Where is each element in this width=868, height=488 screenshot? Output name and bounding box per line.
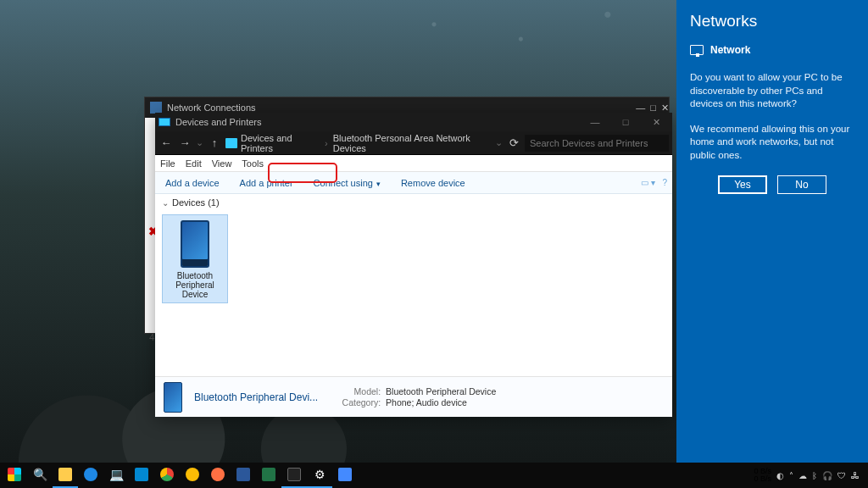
details-title: Bluetooth Peripheral Devi... (194, 391, 318, 403)
breadcrumb[interactable]: Devices and Printers › Bluetooth Persona… (241, 133, 492, 153)
windows-icon (8, 468, 21, 481)
breadcrumb-segment[interactable]: Bluetooth Personal Area Network Devices (333, 133, 492, 153)
headphones-icon[interactable]: 🎧 (822, 471, 832, 480)
taskbar-app-word[interactable] (231, 463, 256, 488)
details-category-value: Phone; Audio device (386, 397, 496, 408)
details-pane: Bluetooth Peripheral Devi... Model: Blue… (155, 376, 672, 417)
taskbar-app-canary[interactable] (180, 463, 205, 488)
devices-and-printers-window: Devices and Printers — □ ✕ ← → ⌄ ↑ Devic… (155, 113, 672, 417)
details-category-key: Category: (337, 397, 381, 408)
mail-icon (135, 468, 148, 481)
start-button[interactable] (2, 463, 27, 488)
folder-icon (58, 468, 72, 481)
chevron-down-icon[interactable]: ⌄ (495, 137, 503, 148)
close-button[interactable]: ✕ (661, 103, 669, 114)
onedrive-icon[interactable]: ☁ (798, 471, 807, 480)
shield-icon[interactable]: 🛡 (837, 471, 846, 480)
chrome-canary-icon (186, 468, 199, 481)
monitor-icon (690, 45, 704, 55)
bluetooth-icon[interactable]: ᛒ (812, 471, 817, 480)
phone-icon (164, 382, 182, 413)
view-options-icon[interactable]: ▭ ▾ ? (641, 178, 667, 187)
networks-flyout: Networks Network Do you want to allow yo… (676, 0, 868, 488)
flyout-prompt-2: We recommend allowing this on your home … (690, 123, 854, 163)
taskbar-app-explorer[interactable] (53, 463, 78, 488)
chevron-right-icon: › (325, 138, 328, 148)
menu-view[interactable]: View (212, 158, 232, 169)
taskbar-app-laptop[interactable]: 💻 (103, 463, 129, 488)
phone-icon (181, 220, 209, 268)
window-title: Network Connections (167, 103, 256, 113)
titlebar[interactable]: Devices and Printers — □ ✕ (155, 113, 672, 131)
remove-device-button[interactable]: Remove device (398, 176, 469, 190)
flyout-prompt-1: Do you want to allow your PC to be disco… (690, 71, 854, 111)
up-button[interactable]: ↑ (207, 136, 222, 149)
network-tray-icon[interactable]: 🖧 (851, 471, 860, 480)
chrome-icon (160, 468, 174, 481)
forward-button[interactable]: → (177, 136, 192, 149)
search-button[interactable]: 🔍 (27, 463, 53, 488)
menu-tools[interactable]: Tools (242, 158, 264, 169)
status-item-count: 4 (149, 332, 154, 342)
network-speed-indicator[interactable]: 0 B/s 0 B/s (754, 468, 771, 483)
command-bar: Add a device Add a printer Connect using… (155, 172, 672, 194)
back-button[interactable]: ← (159, 136, 174, 149)
connect-using-button[interactable]: Connect using (310, 176, 384, 190)
maximize-button[interactable]: □ (613, 117, 638, 127)
tray-chevron-icon[interactable]: ˄ (789, 471, 793, 480)
history-chevron-icon[interactable]: ⌄ (196, 137, 203, 148)
taskbar-app-terminal[interactable] (281, 463, 307, 488)
network-name: Network (710, 44, 750, 56)
maximize-button[interactable]: □ (650, 103, 656, 113)
details-model-value: Bluetooth Peripheral Device (386, 386, 496, 396)
location-icon (225, 138, 237, 148)
excel-icon (262, 468, 275, 481)
firefox-icon (211, 468, 225, 481)
address-bar: ← → ⌄ ↑ Devices and Printers › Bluetooth… (155, 131, 672, 155)
taskbar-app-settings[interactable]: ⚙ (307, 463, 332, 488)
no-button[interactable]: No (777, 175, 826, 194)
add-device-button[interactable]: Add a device (162, 176, 223, 190)
taskbar-app-moon[interactable] (332, 463, 358, 488)
network-item[interactable]: Network (690, 44, 854, 56)
net-down: 0 B/s (754, 475, 771, 483)
close-button[interactable]: ✕ (643, 117, 669, 128)
device-tile-bluetooth[interactable]: Bluetooth Peripheral Device (162, 214, 228, 303)
system-tray: ◐ ˄ ☁ ᛒ 🎧 🛡 🖧 (776, 471, 866, 480)
menu-file[interactable]: File (160, 158, 175, 169)
group-header[interactable]: Devices (1) (155, 194, 672, 211)
taskbar-app-firefox[interactable] (205, 463, 231, 488)
minimize-button[interactable]: — (636, 103, 645, 113)
flyout-heading: Networks (690, 12, 854, 30)
menu-edit[interactable]: Edit (186, 158, 202, 169)
search-input[interactable] (525, 135, 669, 152)
taskbar-app-excel[interactable] (256, 463, 281, 488)
refresh-button[interactable]: ⟳ (506, 136, 521, 149)
yes-button[interactable]: Yes (718, 175, 767, 194)
device-label: Bluetooth Peripheral Device (164, 271, 225, 299)
window-title: Devices and Printers (175, 117, 262, 127)
search-icon: 🔍 (33, 468, 47, 481)
breadcrumb-segment[interactable]: Devices and Printers (241, 133, 320, 153)
taskbar-app-chrome[interactable] (154, 463, 180, 488)
taskbar: 🔍 💻 ⚙ 0 B/s 0 B/s ◐ ˄ ☁ ᛒ 🎧 🛡 🖧 (0, 463, 868, 488)
nightlight-icon[interactable]: ◐ (776, 471, 784, 480)
app-icon (338, 468, 352, 481)
minimize-button[interactable]: — (582, 117, 608, 127)
details-model-key: Model: (337, 386, 381, 396)
terminal-icon (287, 468, 301, 481)
word-icon (236, 468, 250, 481)
taskbar-app-edge[interactable] (78, 463, 103, 488)
edge-icon (84, 468, 97, 481)
taskbar-app-mail[interactable] (129, 463, 154, 488)
menu-bar: File Edit View Tools (155, 155, 672, 172)
network-icon (150, 102, 162, 114)
add-printer-button[interactable]: Add a printer (236, 176, 297, 190)
gear-icon: ⚙ (314, 468, 326, 481)
device-list: Devices (1) Bluetooth Peripheral Device (155, 194, 672, 376)
devices-icon (159, 118, 170, 126)
laptop-icon: 💻 (109, 468, 124, 481)
group-header-label: Devices (1) (172, 197, 220, 208)
